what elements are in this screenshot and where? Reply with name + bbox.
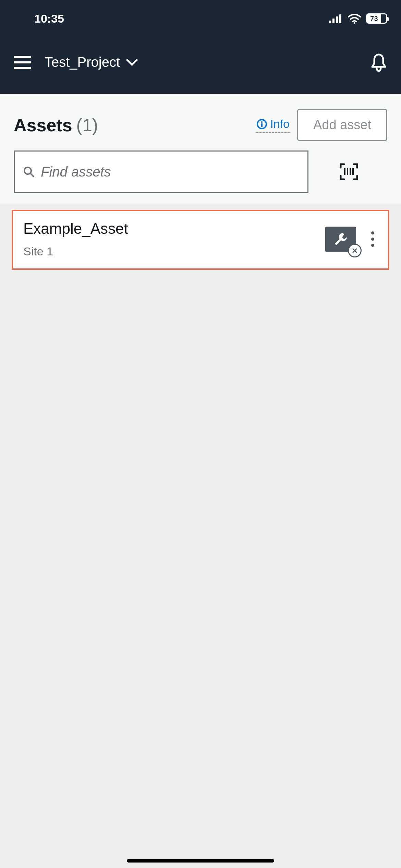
- search-input[interactable]: [41, 164, 299, 180]
- notifications-button[interactable]: [370, 53, 387, 72]
- project-name: Test_Project: [45, 55, 120, 70]
- page-title: Assets: [14, 115, 72, 135]
- wifi-icon: [348, 13, 361, 24]
- menu-button[interactable]: [14, 56, 31, 69]
- barcode-scan-button[interactable]: [339, 163, 359, 181]
- svg-line-9: [31, 173, 34, 177]
- asset-name: Example_Asset: [23, 220, 325, 237]
- asset-count: (1): [76, 115, 98, 135]
- wrench-status-icon: [325, 227, 356, 252]
- cellular-icon: [329, 14, 343, 23]
- battery-level: 73: [367, 14, 381, 23]
- svg-rect-13: [352, 168, 354, 175]
- svg-rect-10: [344, 168, 345, 175]
- asset-text: Example_Asset Site 1: [23, 220, 325, 258]
- info-link[interactable]: Info: [256, 117, 290, 133]
- status-right: 73: [329, 13, 387, 24]
- svg-point-4: [354, 22, 355, 24]
- search-icon: [23, 166, 35, 178]
- add-asset-button[interactable]: Add asset: [297, 109, 387, 141]
- svg-rect-2: [336, 16, 338, 23]
- asset-row[interactable]: Example_Asset Site 1: [12, 210, 389, 270]
- header-title-row: Assets (1) Info Add asset: [14, 109, 387, 141]
- battery-icon: 73: [366, 13, 387, 24]
- info-label: Info: [270, 117, 290, 131]
- svg-rect-0: [329, 21, 331, 23]
- svg-point-6: [261, 121, 263, 122]
- svg-rect-11: [347, 168, 348, 175]
- asset-more-button[interactable]: [368, 228, 378, 250]
- search-box[interactable]: [14, 150, 308, 193]
- chevron-down-icon: [126, 59, 138, 66]
- asset-site: Site 1: [23, 245, 325, 258]
- svg-rect-12: [350, 168, 351, 175]
- svg-rect-3: [339, 14, 341, 23]
- project-selector[interactable]: Test_Project: [45, 55, 138, 70]
- status-time: 10:35: [34, 12, 64, 25]
- svg-rect-1: [332, 19, 335, 23]
- page-header: Assets (1) Info Add asset: [0, 94, 401, 204]
- home-indicator: [127, 859, 274, 863]
- status-bar: 10:35 73: [0, 0, 401, 31]
- nav-bar: Test_Project: [0, 31, 401, 94]
- search-row: [14, 150, 387, 193]
- x-badge-icon: [348, 244, 362, 257]
- info-icon: [256, 119, 267, 130]
- svg-rect-7: [261, 123, 263, 127]
